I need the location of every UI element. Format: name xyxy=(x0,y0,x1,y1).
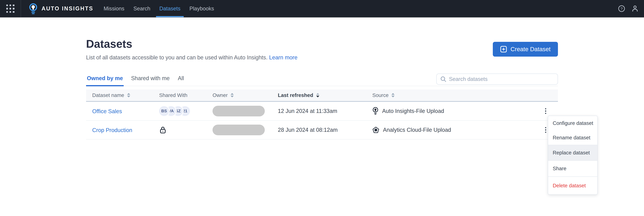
search-input[interactable] xyxy=(449,76,554,82)
source-cell: Auto Insights-File Upload xyxy=(372,107,533,115)
tab-list: Owned by me Shared with me All xyxy=(86,75,185,86)
last-refreshed-cell: 12 Jun 2024 at 11:33am xyxy=(278,108,372,114)
table-row: Office Sales BS VA SZ 21 12 Jun 2024 at … xyxy=(86,102,558,121)
analytics-cloud-pentagon-icon xyxy=(372,127,379,134)
col-header-owner: Owner xyxy=(212,92,278,98)
nav-item-datasets[interactable]: Datasets xyxy=(156,0,184,17)
tab-all[interactable]: All xyxy=(177,75,185,86)
top-navbar: AUTO INSIGHTS Missions Search Datasets P… xyxy=(0,0,644,17)
sort-desc-icon[interactable] xyxy=(316,93,319,97)
menu-item-configure-dataset[interactable]: Configure dataset xyxy=(548,116,597,130)
dataset-context-menu: Configure dataset Rename dataset Replace… xyxy=(548,116,598,195)
menu-item-replace-dataset[interactable]: Replace dataset xyxy=(548,145,597,160)
owner-cell xyxy=(212,106,278,116)
dataset-link-office-sales[interactable]: Office Sales xyxy=(92,108,122,114)
navbar-right: ? xyxy=(618,0,644,17)
grid-icon xyxy=(6,4,14,13)
col-header-dataset-name: Dataset name xyxy=(86,92,159,98)
lock-icon xyxy=(159,127,212,134)
subtitle-text: List of all datasets accessible to you a… xyxy=(86,54,268,60)
datasets-table: Dataset name Shared With Owner Last refr… xyxy=(86,89,558,140)
plus-square-icon xyxy=(500,46,507,52)
page-subtitle: List of all datasets accessible to you a… xyxy=(86,54,298,61)
menu-item-share[interactable]: Share xyxy=(548,161,597,176)
search-datasets-box xyxy=(436,74,558,85)
dataset-name-cell: Office Sales xyxy=(86,107,159,115)
create-dataset-label: Create Dataset xyxy=(510,46,550,53)
shared-avatars[interactable]: BS VA SZ 21 xyxy=(159,106,212,116)
learn-more-link[interactable]: Learn more xyxy=(269,54,298,60)
menu-item-rename-dataset[interactable]: Rename dataset xyxy=(548,130,597,145)
page-header-text: Datasets List of all datasets accessible… xyxy=(86,38,298,61)
user-icon[interactable] xyxy=(632,5,638,12)
avatar: BS xyxy=(159,106,169,116)
source-label: Auto Insights-File Upload xyxy=(382,108,444,114)
svg-text:?: ? xyxy=(620,6,623,11)
nav-item-search[interactable]: Search xyxy=(130,0,154,17)
brand-title: AUTO INSIGHTS xyxy=(42,5,93,12)
actions-cell xyxy=(533,107,558,116)
page-header: Datasets List of all datasets accessible… xyxy=(86,38,558,61)
nav-item-missions[interactable]: Missions xyxy=(100,0,128,17)
auto-insights-lightbulb-icon xyxy=(372,107,378,115)
table-header-row: Dataset name Shared With Owner Last refr… xyxy=(86,89,558,102)
col-header-shared-with: Shared With xyxy=(159,92,212,98)
create-dataset-button[interactable]: Create Dataset xyxy=(493,42,558,57)
lightbulb-logo-icon xyxy=(29,3,38,14)
last-refreshed-cell: 28 Jun 2024 at 08:12am xyxy=(278,127,372,133)
search-icon xyxy=(440,76,446,82)
help-icon[interactable]: ? xyxy=(618,5,625,12)
col-header-source: Source xyxy=(372,92,533,98)
sort-icon[interactable] xyxy=(230,93,234,97)
table-row: Crop Production 28 Jun 2024 at 08:12am xyxy=(86,121,558,140)
nav-item-playbooks[interactable]: Playbooks xyxy=(186,0,217,17)
page-title: Datasets xyxy=(86,38,298,50)
owner-redacted-pill xyxy=(212,106,265,116)
source-label: Analytics Cloud-File Upload xyxy=(383,127,451,133)
shared-with-cell xyxy=(159,127,212,134)
tab-owned-by-me[interactable]: Owned by me xyxy=(86,75,124,86)
shared-with-cell: BS VA SZ 21 xyxy=(159,106,212,116)
kebab-menu-icon[interactable] xyxy=(542,107,549,116)
app-window: AUTO INSIGHTS Missions Search Datasets P… xyxy=(0,0,644,216)
dataset-link-crop-production[interactable]: Crop Production xyxy=(92,127,132,133)
app-launcher-button[interactable] xyxy=(0,0,21,17)
source-cell: Analytics Cloud-File Upload xyxy=(372,127,533,134)
sort-icon[interactable] xyxy=(392,93,394,97)
tabs-row: Owned by me Shared with me All xyxy=(86,74,558,86)
main-content: Datasets List of all datasets accessible… xyxy=(86,38,558,140)
owner-cell xyxy=(212,125,278,135)
menu-item-delete-dataset[interactable]: Delete dataset xyxy=(548,177,597,195)
sort-icon[interactable] xyxy=(127,93,130,97)
tab-shared-with-me[interactable]: Shared with me xyxy=(130,75,170,86)
dataset-name-cell: Crop Production xyxy=(86,126,159,134)
primary-nav: Missions Search Datasets Playbooks xyxy=(99,0,218,17)
col-header-last-refreshed: Last refreshed xyxy=(278,92,372,98)
owner-redacted-pill xyxy=(212,125,265,135)
brand: AUTO INSIGHTS xyxy=(21,0,99,17)
